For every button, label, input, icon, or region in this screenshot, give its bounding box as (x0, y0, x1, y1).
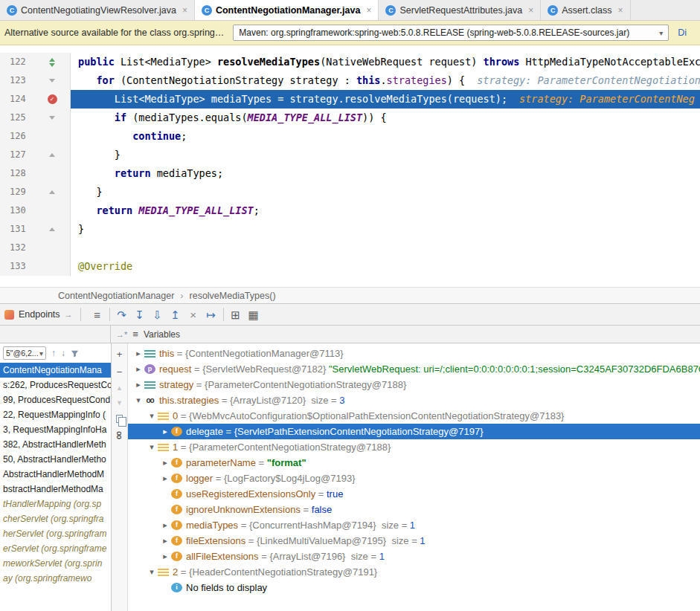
code-line-text[interactable] (71, 239, 700, 257)
endpoints-tool-tab[interactable]: Endpoints (19, 309, 60, 320)
code-line-text[interactable]: } (71, 183, 700, 201)
tab-close-icon[interactable]: × (618, 5, 623, 16)
step-over-icon[interactable]: ↷ (113, 309, 131, 320)
source-jar-dropdown[interactable]: Maven: org.springframework:spring-web:5.… (233, 25, 669, 41)
variable-row[interactable]: ▸ffileExtensions = {LinkedMultiValueMap@… (128, 533, 700, 549)
remove-watch-icon[interactable]: − (117, 367, 123, 377)
variable-row[interactable]: fuseRegisteredExtensionsOnly = true (128, 486, 700, 502)
override-marker-icon[interactable] (49, 58, 55, 67)
code-line-text[interactable]: public List<MediaType> resolveMediaTypes… (71, 53, 700, 71)
frame-row[interactable]: cherServlet (org.springfra (0, 511, 111, 526)
code-line-text[interactable]: } (71, 220, 700, 239)
variable-row[interactable]: iNo fields to display (128, 580, 700, 595)
editor-tab[interactable]: CContentNegotiatingViewResolver.java× (0, 0, 195, 20)
force-step-into-icon[interactable]: ⇩ (149, 309, 167, 320)
editor-tab[interactable]: CServletRequestAttributes.java× (379, 0, 541, 20)
frame-row[interactable]: 22, RequestMappingInfo ( (0, 407, 111, 422)
frame-row[interactable]: ContentNegotiationMana (0, 363, 111, 378)
variable-row[interactable]: ▸fallFileExtensions = {ArrayList@7196} s… (128, 549, 700, 564)
frame-row[interactable]: erServlet (org.springframe (0, 541, 111, 556)
frame-row[interactable]: meworkServlet (org.sprin (0, 556, 111, 571)
frame-row[interactable]: 50, AbstractHandlerMetho (0, 452, 111, 467)
tab-close-icon[interactable]: × (182, 5, 187, 16)
variable-row[interactable]: ▸fdelegate = {ServletPathExtensionConten… (128, 424, 700, 439)
frame-up-icon[interactable]: ↑ (51, 348, 56, 358)
variable-row[interactable]: ▸fmediaTypes = {ConcurrentHashMap@7194} … (128, 517, 700, 533)
add-watch-icon[interactable]: + (117, 349, 123, 359)
fold-down-icon[interactable] (49, 116, 55, 120)
step-out-icon[interactable]: ↥ (167, 309, 184, 320)
breadcrumb-item[interactable]: resolveMediaTypes() (190, 291, 276, 301)
frame-row[interactable]: 99, ProducesRequestCond (0, 392, 111, 407)
tree-arrow-icon[interactable]: ▸ (159, 549, 171, 564)
thread-dropdown[interactable]: 5"@6,2... ▾ (3, 346, 46, 360)
tree-arrow-icon[interactable]: ▸ (132, 346, 144, 361)
tree-arrow-icon[interactable]: ▸ (159, 424, 171, 439)
tree-arrow-icon[interactable]: ▾ (132, 392, 144, 408)
code-line-text[interactable]: } (71, 146, 700, 164)
variable-row[interactable]: ▸strategy = {ParameterContentNegotiation… (128, 377, 700, 392)
tree-arrow-icon[interactable]: ▾ (146, 439, 158, 455)
fold-up-icon[interactable] (49, 227, 55, 231)
code-line-text[interactable]: return MEDIA_TYPE_ALL_LIST; (71, 201, 700, 220)
move-up-icon[interactable]: ▲ (116, 385, 123, 392)
frame-row[interactable]: herServlet (org.springfram (0, 526, 111, 541)
variable-row[interactable]: ▾0 = {WebMvcAutoConfiguration$OptionalPa… (128, 408, 700, 424)
fold-up-icon[interactable] (49, 153, 55, 157)
variable-row[interactable]: ▸prequest = {ServletWebRequest@7182} "Se… (128, 361, 700, 377)
view-menu-icon[interactable]: ≡ (89, 309, 106, 320)
variable-row[interactable]: ▾1 = {ParameterContentNegotiationStrateg… (128, 439, 700, 455)
tab-close-icon[interactable]: × (528, 5, 533, 16)
run-to-cursor-icon[interactable]: ↦ (202, 309, 220, 320)
frame-row[interactable]: ay (org.springframewo (0, 571, 111, 586)
frame-down-icon[interactable]: ↓ (61, 348, 65, 358)
fold-up-icon[interactable] (49, 190, 55, 194)
tree-arrow-icon[interactable]: ▸ (159, 533, 171, 549)
tree-arrow-icon[interactable]: ▸ (159, 517, 171, 533)
breakpoint-icon[interactable]: ✓ (48, 94, 57, 104)
duplicate-watch-icon[interactable] (116, 415, 123, 423)
tree-arrow-icon[interactable]: ▾ (146, 408, 158, 424)
frame-row[interactable]: s:262, ProducesRequestCo (0, 378, 111, 392)
tree-arrow-icon[interactable]: ▸ (132, 377, 144, 392)
tree-arrow-icon[interactable]: ▸ (132, 361, 144, 377)
frame-row[interactable]: 3, RequestMappingInfoHa (0, 422, 111, 437)
move-down-icon[interactable]: ▼ (116, 400, 123, 407)
variable-row[interactable]: fignoreUnknownExtensions = false (128, 502, 700, 517)
view-as-table-icon[interactable]: ⊞ (227, 309, 245, 320)
pin-icon[interactable]: →* (116, 330, 127, 339)
code-line-text[interactable]: return mediaTypes; (71, 164, 700, 183)
variable-row[interactable]: ▾2 = {HeaderContentNegotiationStrategy@7… (128, 564, 700, 580)
tree-arrow-icon[interactable]: ▸ (159, 471, 171, 486)
field-icon: f (171, 427, 182, 436)
code-line-text[interactable]: continue; (71, 127, 700, 146)
tree-arrow-icon[interactable]: ▸ (159, 455, 171, 471)
menu-icon[interactable]: ≡ (132, 329, 138, 340)
show-watches-icon[interactable]: oo (116, 431, 123, 439)
frame-row[interactable]: 382, AbstractHandlerMeth (0, 437, 111, 452)
variable-row[interactable]: ▸flogger = {LogFactory$Log4jLog@7193} (128, 471, 700, 486)
code-line-text[interactable]: @Override (71, 257, 700, 276)
breadcrumb-item[interactable]: ContentNegotiationManager (58, 291, 174, 301)
code-line-text[interactable]: for (ContentNegotiationStrategy strategy… (71, 71, 700, 90)
editor-tab[interactable]: CContentNegotiationManager.java× (195, 0, 379, 20)
variable-row[interactable]: ▾oothis.strategies = {ArrayList@7120} si… (128, 392, 700, 408)
notification-action-link[interactable]: Di (678, 28, 687, 38)
frame-row[interactable]: tHandlerMapping (org.sp (0, 497, 111, 511)
fold-down-icon[interactable] (49, 79, 55, 83)
tree-arrow-icon[interactable]: ▾ (146, 564, 158, 580)
frame-row[interactable]: AbstractHandlerMethodM (0, 467, 111, 482)
variable-row[interactable]: ▸fparameterName = "format" (128, 455, 700, 471)
equals-sign: = (213, 471, 224, 486)
drop-frame-icon[interactable]: × (184, 309, 202, 320)
editor-tab[interactable]: CAssert.class× (541, 0, 630, 20)
tab-close-icon[interactable]: × (366, 5, 371, 16)
filter-icon[interactable] (71, 349, 79, 358)
frame-row[interactable]: bstractHandlerMethodMa (0, 482, 111, 497)
code-editor[interactable]: 122public List<MediaType> resolveMediaTy… (0, 45, 700, 287)
layout-settings-icon[interactable]: ▦ (245, 309, 263, 320)
code-line-text[interactable]: List<MediaType> mediaTypes = strategy.re… (71, 90, 700, 109)
step-into-icon[interactable]: ↧ (131, 309, 149, 320)
variable-row[interactable]: ▸this = {ContentNegotiationManager@7113} (128, 346, 700, 361)
code-line-text[interactable]: if (mediaTypes.equals(MEDIA_TYPE_ALL_LIS… (71, 109, 700, 127)
